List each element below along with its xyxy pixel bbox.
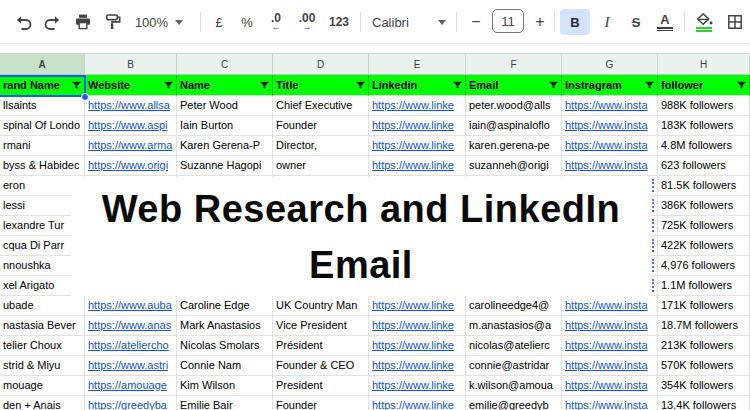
column-header-G[interactable]: G — [562, 53, 658, 75]
filter-icon[interactable] — [72, 81, 81, 90]
cell-followers[interactable]: 4,976 followers — [658, 256, 750, 276]
undo-button[interactable] — [10, 9, 36, 35]
increase-font-size-button[interactable]: + — [528, 9, 552, 35]
column-header-D[interactable]: D — [273, 53, 369, 75]
cell-linkedin-link[interactable]: https://www.linke — [369, 336, 466, 356]
filter-header-cell[interactable]: Instragram — [562, 75, 658, 96]
cell-instagram-link[interactable]: https://www.insta — [562, 116, 658, 136]
cell-email[interactable]: nicolas@atelierc — [466, 336, 562, 356]
filter-icon[interactable] — [737, 81, 746, 90]
percent-format-button[interactable]: % — [234, 9, 260, 35]
filter-header-cell[interactable]: Email — [466, 75, 562, 96]
cell-linkedin-link[interactable]: https://www.linke — [369, 396, 466, 410]
cell-followers[interactable]: 183K followers — [658, 116, 750, 136]
zoom-selector[interactable]: 100% — [130, 9, 188, 35]
cell-website-link[interactable]: https://www.aspi — [85, 116, 177, 136]
cell-website-link[interactable]: https://amouage — [85, 376, 177, 396]
cell-website-link[interactable]: https://www.astri — [85, 356, 177, 376]
font-size-input[interactable]: 11 — [492, 9, 524, 33]
cell-email[interactable]: peter.wood@alls — [466, 96, 562, 116]
cell-name[interactable]: Peter Wood — [177, 96, 273, 116]
cell-followers[interactable]: 4.8M followers — [658, 136, 750, 156]
cell-instagram-link[interactable]: https://www.insta — [562, 316, 658, 336]
cell-followers[interactable]: 13.4K followers — [658, 396, 750, 410]
cell-linkedin-link[interactable]: https://www.linke — [369, 356, 466, 376]
cell-followers[interactable]: 988K followers — [658, 96, 750, 116]
cell-name[interactable]: Nicolas Smolars — [177, 336, 273, 356]
cell-brand[interactable]: den + Anais — [0, 396, 85, 410]
column-header-H[interactable]: H — [658, 53, 750, 75]
cell-linkedin-link[interactable]: https://www.linke — [369, 156, 466, 176]
filter-icon[interactable] — [549, 81, 558, 90]
cell-followers[interactable]: 171K followers — [658, 296, 750, 316]
cell-instagram-link[interactable]: https://www.insta — [562, 396, 658, 410]
column-header-B[interactable]: B — [85, 53, 177, 75]
cell-title[interactable]: owner — [273, 156, 369, 176]
cell-brand[interactable]: nastasia Bever — [0, 316, 85, 336]
redo-button[interactable] — [40, 9, 66, 35]
number-format-button[interactable]: 123 — [324, 9, 354, 35]
cell-followers[interactable]: 81.5K followers — [658, 176, 750, 196]
cell-title[interactable]: Founder — [273, 116, 369, 136]
cell-brand[interactable]: ubade — [0, 296, 85, 316]
filter-icon[interactable] — [164, 81, 173, 90]
filter-header-cell[interactable]: Name — [177, 75, 273, 96]
cell-website-link[interactable]: https://www.anas — [85, 316, 177, 336]
cell-followers[interactable]: 623 followers — [658, 156, 750, 176]
cell-website-link[interactable]: https://greedyba — [85, 396, 177, 410]
print-button[interactable] — [70, 9, 96, 35]
cell-instagram-link[interactable]: https://www.insta — [562, 156, 658, 176]
cell-title[interactable]: Founder & CEO — [273, 356, 369, 376]
filter-icon[interactable] — [260, 81, 269, 90]
cell-instagram-link[interactable]: https://www.insta — [562, 336, 658, 356]
cell-followers[interactable]: 570K followers — [658, 356, 750, 376]
bold-button[interactable]: B — [560, 9, 590, 35]
cell-followers[interactable]: 213K followers — [658, 336, 750, 356]
cell-email[interactable]: karen.gerena-pe — [466, 136, 562, 156]
cell-title[interactable]: President — [273, 376, 369, 396]
filter-header-cell[interactable]: Linkedin — [369, 75, 466, 96]
cell-linkedin-link[interactable]: https://www.linke — [369, 96, 466, 116]
cell-linkedin-link[interactable]: https://www.linke — [369, 136, 466, 156]
cell-linkedin-link[interactable]: https://www.linke — [369, 376, 466, 396]
cell-website-link[interactable]: https://www.arma — [85, 136, 177, 156]
cell-email[interactable]: iain@aspinaloflo — [466, 116, 562, 136]
cell-linkedin-link[interactable]: https://www.linke — [369, 316, 466, 336]
paint-format-button[interactable] — [100, 9, 126, 35]
decrease-decimal-button[interactable]: .0 ← — [262, 9, 290, 35]
cell-email[interactable]: emilie@greedyb — [466, 396, 562, 410]
cell-followers[interactable]: 422K followers — [658, 236, 750, 256]
cell-followers[interactable]: 386K followers — [658, 196, 750, 216]
filter-header-cell[interactable]: rand Name — [0, 75, 85, 96]
cell-instagram-link[interactable]: https://www.insta — [562, 376, 658, 396]
column-header-F[interactable]: F — [466, 53, 562, 75]
cell-brand[interactable]: telier Choux — [0, 336, 85, 356]
cell-instagram-link[interactable]: https://www.insta — [562, 296, 658, 316]
cell-followers[interactable]: 725K followers — [658, 216, 750, 236]
borders-button[interactable] — [722, 9, 748, 35]
cell-brand[interactable]: spinal Of Londo — [0, 116, 85, 136]
cell-name[interactable]: Suzanne Hagopi — [177, 156, 273, 176]
font-selector[interactable]: Calibri — [368, 9, 450, 35]
filter-header-cell[interactable]: Website — [85, 75, 177, 96]
cell-website-link[interactable]: https://www.auba — [85, 296, 177, 316]
cell-instagram-link[interactable]: https://www.insta — [562, 136, 658, 156]
filter-icon[interactable] — [453, 81, 462, 90]
cell-website-link[interactable]: https://www.origi — [85, 156, 177, 176]
cell-brand[interactable]: rmani — [0, 136, 85, 156]
cell-name[interactable]: Emilie Bair — [177, 396, 273, 410]
cell-title[interactable]: Président — [273, 336, 369, 356]
cell-linkedin-link[interactable]: https://www.linke — [369, 116, 466, 136]
filter-header-cell[interactable]: follower — [658, 75, 750, 96]
cell-linkedin-link[interactable]: https://www.linke — [369, 296, 466, 316]
cell-email[interactable]: carolineedge4@ — [466, 296, 562, 316]
cell-website-link[interactable]: https://ateliercho — [85, 336, 177, 356]
cell-followers[interactable]: 18.7M followers — [658, 316, 750, 336]
cell-title[interactable]: Vice President — [273, 316, 369, 336]
cell-name[interactable]: Mark Anastasios — [177, 316, 273, 336]
cell-instagram-link[interactable]: https://www.insta — [562, 356, 658, 376]
decrease-font-size-button[interactable]: − — [464, 9, 488, 35]
filter-icon[interactable] — [356, 81, 365, 90]
cell-email[interactable]: m.anastasios@a — [466, 316, 562, 336]
cell-brand[interactable]: byss & Habidec — [0, 156, 85, 176]
